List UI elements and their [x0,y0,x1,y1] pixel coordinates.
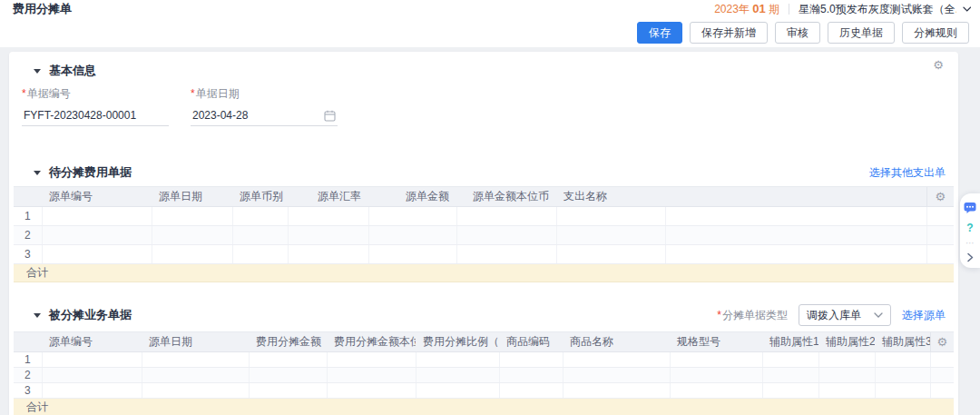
grid-cell[interactable] [762,352,818,368]
row-number-header [14,187,42,207]
grid-cell[interactable] [327,352,416,368]
grid-cell[interactable] [762,383,818,399]
table-header-row: 源单编号 源单日期 源单币别 源单汇率 源单金额 源单金额本位币 支出名称 ⚙ [14,187,954,207]
grid-cell[interactable] [499,352,563,368]
grid-cell[interactable] [456,226,556,245]
grid-cell[interactable] [152,226,232,245]
grid-cell[interactable] [665,226,926,245]
grid-cell[interactable] [249,352,327,368]
choose-other-expense-link[interactable]: 选择其他支出单 [869,165,946,181]
grid-cell[interactable] [670,368,762,383]
grid-cell[interactable] [42,352,142,368]
collapse-triangle-icon[interactable] [34,313,41,318]
grid-cell[interactable] [142,383,249,399]
grid-cell[interactable] [499,383,563,399]
table-settings-gear-icon[interactable]: ⚙ [936,335,947,349]
grid-cell[interactable] [456,207,556,226]
grid-cell[interactable] [416,368,499,383]
grid-cell[interactable] [926,207,954,226]
grid-cell[interactable] [875,383,930,399]
grid-cell[interactable] [818,383,875,399]
grid-cell[interactable] [556,226,665,245]
grid-cell[interactable] [142,352,249,368]
grid-cell[interactable] [368,207,456,226]
form-settings-gear-icon[interactable]: ⚙ [933,59,944,71]
grid-cell[interactable] [232,226,288,245]
total-label: 合计 [14,399,954,415]
total-label: 合计 [14,264,954,282]
account-book-selector[interactable]: 星瀚5.0预发布灰度测试账套（全... [799,2,971,17]
collapse-triangle-icon[interactable] [34,69,41,74]
grid-cell[interactable] [152,245,232,264]
save-and-new-button[interactable]: 保存并新增 [690,22,768,44]
grid-cell[interactable] [327,383,416,399]
history-docs-button[interactable]: 历史单据 [828,22,895,44]
save-button[interactable]: 保存 [637,22,682,44]
collapse-triangle-icon[interactable] [34,171,41,175]
grid-cell[interactable] [249,383,327,399]
allocation-rules-button[interactable]: 分摊规则 [902,22,969,44]
allocation-doc-type-select[interactable]: 调拨入库单 [799,304,891,326]
grid-cell[interactable] [416,383,499,399]
section-title: 待分摊费用单据 [49,164,132,181]
chat-icon[interactable] [964,202,976,214]
grid-cell[interactable] [930,368,954,383]
grid-cell[interactable] [818,368,875,383]
grid-cell[interactable] [249,368,327,383]
column-header: 源单币别 [232,187,288,207]
grid-cell[interactable] [42,207,152,226]
calendar-icon[interactable] [324,110,336,122]
doc-no-input[interactable]: FYFT-20230428-00001 [22,105,169,126]
grid-cell[interactable] [665,245,926,264]
grid-cell[interactable] [930,383,954,399]
grid-cell[interactable] [926,245,954,264]
table-row: 3 [14,383,954,399]
grid-cell[interactable] [875,352,930,368]
grid-cell[interactable] [152,207,232,226]
grid-cell[interactable] [930,352,954,368]
doc-date-input[interactable]: 2023-04-28 [191,105,338,126]
grid-cell[interactable] [142,368,249,383]
grid-cell[interactable] [42,245,152,264]
grid-cell[interactable] [368,245,456,264]
total-row: 合计 [14,399,954,415]
page-title: 费用分摊单 [13,1,72,17]
row-number: 2 [14,368,42,383]
expense-docs-table-wrap: 源单编号 源单日期 源单币别 源单汇率 源单金额 源单金额本位币 支出名称 ⚙ … [9,186,958,282]
grid-cell[interactable] [875,368,930,383]
grid-cell[interactable] [288,226,368,245]
period-selector[interactable]: 2023年 01 期 [714,2,779,17]
account-book-label: 星瀚5.0预发布灰度测试账套（全... [799,2,956,17]
expense-docs-table: 源单编号 源单日期 源单币别 源单汇率 源单金额 源单金额本位币 支出名称 ⚙ … [14,186,954,282]
grid-cell[interactable] [563,368,670,383]
grid-cell[interactable] [556,245,665,264]
grid-cell[interactable] [42,383,142,399]
grid-cell[interactable] [670,383,762,399]
grid-cell[interactable] [288,245,368,264]
grid-cell[interactable] [670,352,762,368]
grid-cell[interactable] [416,352,499,368]
grid-cell[interactable] [232,245,288,264]
grid-cell[interactable] [232,207,288,226]
grid-cell[interactable] [926,226,954,245]
grid-cell[interactable] [42,368,142,383]
help-icon[interactable]: ? [966,222,973,234]
grid-cell[interactable] [42,226,152,245]
grid-cell[interactable] [556,207,665,226]
grid-cell[interactable] [288,207,368,226]
grid-cell[interactable] [499,368,563,383]
grid-cell[interactable] [327,368,416,383]
grid-cell[interactable] [368,226,456,245]
audit-button[interactable]: 审核 [775,22,820,44]
grid-cell[interactable] [818,352,875,368]
grid-cell[interactable] [762,368,818,383]
chevron-right-icon[interactable] [966,252,974,262]
grid-cell[interactable] [665,207,926,226]
grid-cell[interactable] [563,383,670,399]
grid-cell[interactable] [456,245,556,264]
business-docs-table: 源单编号 源单日期 费用分摊金额 费用分摊金额本位币 费用分摊比例（%） 商品编… [14,331,954,415]
row-number-header [14,332,42,352]
table-settings-gear-icon[interactable]: ⚙ [935,190,946,203]
choose-source-doc-link[interactable]: 选择源单 [902,308,946,323]
grid-cell[interactable] [563,352,670,368]
